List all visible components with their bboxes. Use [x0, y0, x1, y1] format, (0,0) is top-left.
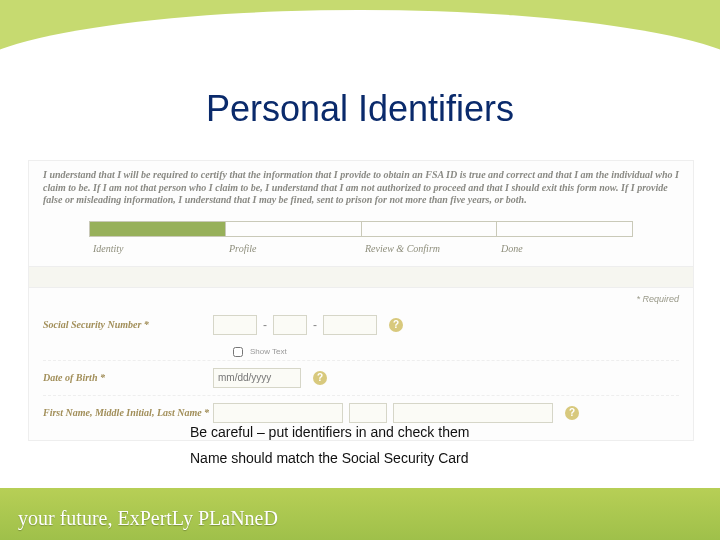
form-card: I understand that I will be required to … — [28, 160, 694, 441]
help-icon[interactable]: ? — [565, 406, 579, 420]
step-label-profile: Profile — [225, 241, 361, 256]
label-ssn: Social Security Number * — [43, 319, 213, 330]
disclaimer-text: I understand that I will be required to … — [29, 161, 693, 217]
ssn-sep1: - — [263, 318, 267, 332]
progress-stepper: Identity Profile Review & Confirm Done — [89, 221, 633, 256]
fields-name: ? — [213, 403, 579, 423]
step-label-review: Review & Confirm — [361, 241, 497, 256]
step-label-identity: Identity — [89, 241, 225, 256]
fields-dob: ? — [213, 368, 327, 388]
row-ssn: Social Security Number * - - ? — [43, 308, 679, 342]
note-line-2: Name should match the Social Security Ca… — [190, 450, 469, 466]
fields-ssn: - - ? — [213, 315, 403, 335]
section-divider — [29, 266, 693, 288]
slide: Personal Identifiers I understand that I… — [0, 0, 720, 540]
ssn-sep2: - — [313, 318, 317, 332]
ssn-part3-input[interactable] — [323, 315, 377, 335]
step-label-done: Done — [497, 241, 633, 256]
slide-title: Personal Identifiers — [0, 88, 720, 130]
help-icon[interactable]: ? — [389, 318, 403, 332]
show-text-label: Show Text — [250, 347, 287, 356]
show-text-row: Show Text — [229, 344, 679, 360]
step-bars — [89, 221, 633, 237]
row-dob: Date of Birth * ? — [43, 360, 679, 395]
required-indicator: * Required — [29, 288, 693, 304]
dob-input[interactable] — [213, 368, 301, 388]
step-labels: Identity Profile Review & Confirm Done — [89, 241, 633, 256]
footer-band: your future, ExPertLy PLaNneD — [0, 488, 720, 540]
label-dob: Date of Birth * — [43, 372, 213, 383]
last-name-input[interactable] — [393, 403, 553, 423]
step-done — [497, 222, 632, 236]
step-profile — [226, 222, 362, 236]
footer-brand: your future, ExPertLy PLaNneD — [18, 507, 278, 530]
show-text-checkbox[interactable] — [233, 347, 243, 357]
help-icon[interactable]: ? — [313, 371, 327, 385]
first-name-input[interactable] — [213, 403, 343, 423]
form-rows: Social Security Number * - - ? Show Text… — [29, 304, 693, 440]
ssn-part1-input[interactable] — [213, 315, 257, 335]
middle-initial-input[interactable] — [349, 403, 387, 423]
note-line-1: Be careful – put identifiers in and chec… — [190, 424, 469, 440]
label-name: First Name, Middle Initial, Last Name * — [43, 407, 213, 418]
step-review — [362, 222, 498, 236]
step-identity — [90, 222, 226, 236]
ssn-part2-input[interactable] — [273, 315, 307, 335]
